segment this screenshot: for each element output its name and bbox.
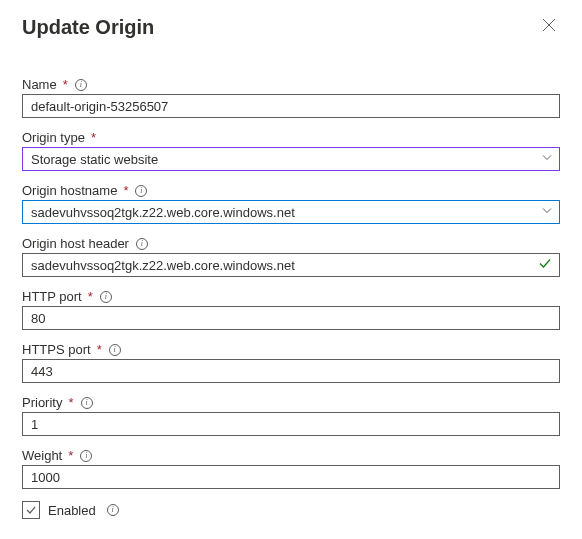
label-weight: Weight * i — [22, 448, 560, 463]
info-icon[interactable]: i — [80, 450, 92, 462]
info-icon[interactable]: i — [109, 344, 121, 356]
priority-input[interactable] — [22, 412, 560, 436]
chevron-down-icon — [541, 205, 553, 220]
label-origin-type: Origin type * — [22, 130, 560, 145]
info-icon[interactable]: i — [100, 291, 112, 303]
close-icon — [542, 18, 556, 32]
label-text: Origin host header — [22, 236, 129, 251]
select-value: Storage static website — [31, 152, 158, 167]
field-hostname: Origin hostname * i sadevuhvssoq2tgk.z22… — [22, 183, 560, 224]
field-enabled: Enabled i — [22, 501, 560, 519]
info-icon[interactable]: i — [136, 238, 148, 250]
weight-input[interactable] — [22, 465, 560, 489]
name-input[interactable] — [22, 94, 560, 118]
https-port-input[interactable] — [22, 359, 560, 383]
required-asterisk: * — [91, 130, 96, 145]
panel-header: Update Origin — [22, 16, 560, 39]
label-text: HTTPS port — [22, 342, 91, 357]
label-text: Origin hostname — [22, 183, 117, 198]
field-https-port: HTTPS port * i — [22, 342, 560, 383]
required-asterisk: * — [97, 342, 102, 357]
field-host-header: Origin host header i — [22, 236, 560, 277]
field-origin-type: Origin type * Storage static website — [22, 130, 560, 171]
hostname-select[interactable]: sadevuhvssoq2tgk.z22.web.core.windows.ne… — [22, 200, 560, 224]
chevron-down-icon — [541, 152, 553, 167]
label-http-port: HTTP port * i — [22, 289, 560, 304]
info-icon[interactable]: i — [135, 185, 147, 197]
field-weight: Weight * i — [22, 448, 560, 489]
select-value: sadevuhvssoq2tgk.z22.web.core.windows.ne… — [31, 205, 295, 220]
required-asterisk: * — [68, 395, 73, 410]
label-name: Name * i — [22, 77, 560, 92]
label-text: Origin type — [22, 130, 85, 145]
close-button[interactable] — [538, 16, 560, 37]
label-text: Name — [22, 77, 57, 92]
field-name: Name * i — [22, 77, 560, 118]
origin-type-select[interactable]: Storage static website — [22, 147, 560, 171]
label-hostname: Origin hostname * i — [22, 183, 560, 198]
label-text: Priority — [22, 395, 62, 410]
label-priority: Priority * i — [22, 395, 560, 410]
info-icon[interactable]: i — [107, 504, 119, 516]
field-priority: Priority * i — [22, 395, 560, 436]
label-text: Weight — [22, 448, 62, 463]
required-asterisk: * — [88, 289, 93, 304]
host-header-input[interactable] — [22, 253, 560, 277]
enabled-checkbox[interactable] — [22, 501, 40, 519]
required-asterisk: * — [63, 77, 68, 92]
field-http-port: HTTP port * i — [22, 289, 560, 330]
label-text: HTTP port — [22, 289, 82, 304]
required-asterisk: * — [123, 183, 128, 198]
http-port-input[interactable] — [22, 306, 560, 330]
info-icon[interactable]: i — [81, 397, 93, 409]
info-icon[interactable]: i — [75, 79, 87, 91]
checkmark-icon — [25, 504, 37, 516]
panel-title: Update Origin — [22, 16, 154, 39]
enabled-label: Enabled — [48, 503, 96, 518]
label-host-header: Origin host header i — [22, 236, 560, 251]
label-https-port: HTTPS port * i — [22, 342, 560, 357]
required-asterisk: * — [68, 448, 73, 463]
